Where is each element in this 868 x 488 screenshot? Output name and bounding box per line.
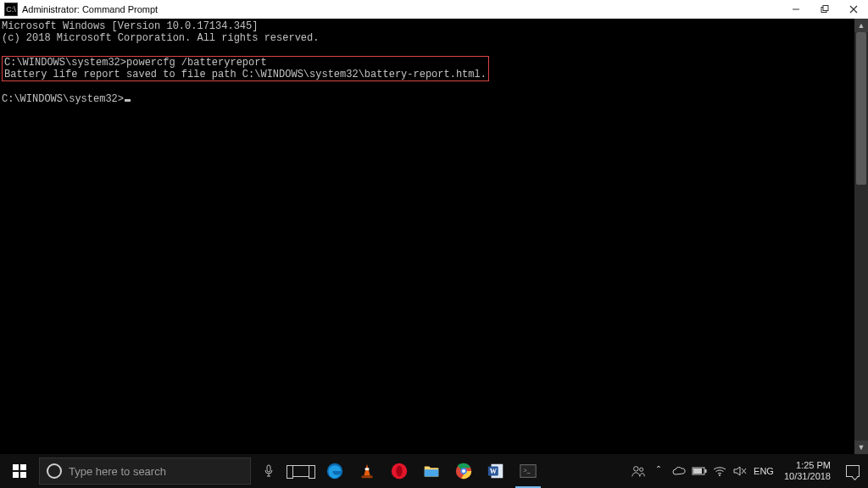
svg-rect-4 bbox=[13, 472, 19, 478]
command-result: Battery life report saved to file path C… bbox=[4, 69, 487, 80]
clock-time: 1:25 PM bbox=[784, 460, 831, 471]
svg-text:>_: >_ bbox=[524, 467, 531, 474]
notification-icon bbox=[846, 465, 860, 477]
cortana-icon bbox=[47, 463, 62, 479]
system-tray: ˆ ENG 1:25 PM 10/31/2018 bbox=[628, 454, 868, 488]
taskbar: Type here to search W >_ bbox=[0, 454, 868, 488]
task-view-button[interactable] bbox=[283, 454, 319, 488]
tray-onedrive[interactable] bbox=[669, 454, 689, 488]
cmd-icon: C:\ bbox=[4, 3, 18, 16]
battery-icon bbox=[692, 467, 707, 475]
svg-rect-6 bbox=[267, 465, 270, 472]
action-center-button[interactable] bbox=[837, 454, 868, 488]
task-view-icon bbox=[292, 465, 309, 477]
svg-point-23 bbox=[640, 468, 643, 471]
svg-point-16 bbox=[462, 469, 465, 473]
cmd-taskbar-icon: >_ bbox=[519, 462, 537, 480]
scroll-down-button[interactable]: ▼ bbox=[854, 441, 868, 454]
prompt-path: C:\WINDOWS\system32> bbox=[2, 93, 124, 105]
folder-icon bbox=[422, 462, 441, 480]
svg-rect-9 bbox=[365, 468, 370, 470]
search-box[interactable]: Type here to search bbox=[39, 458, 251, 485]
chevron-up-icon: ˆ bbox=[657, 465, 660, 477]
command-prompt-window: C:\ Administrator: Command Prompt Micros… bbox=[0, 0, 868, 454]
taskbar-app-file-explorer[interactable] bbox=[415, 454, 448, 488]
svg-rect-13 bbox=[425, 469, 439, 476]
cursor bbox=[125, 99, 131, 102]
console-line: Microsoft Windows [Version 10.0.17134.34… bbox=[2, 20, 258, 32]
taskbar-app-edge[interactable] bbox=[319, 454, 351, 488]
tray-volume[interactable] bbox=[730, 454, 750, 488]
people-button[interactable] bbox=[628, 454, 648, 488]
edge-icon bbox=[326, 462, 344, 480]
start-button[interactable] bbox=[0, 454, 39, 488]
titlebar[interactable]: C:\ Administrator: Command Prompt bbox=[0, 0, 868, 19]
svg-point-12 bbox=[396, 466, 402, 477]
minimize-button[interactable] bbox=[782, 0, 810, 19]
svg-point-27 bbox=[719, 474, 721, 476]
search-placeholder: Type here to search bbox=[69, 465, 166, 478]
mic-icon bbox=[264, 464, 274, 478]
command-highlight: C:\WINDOWS\system32>powercfg /batteryrep… bbox=[2, 56, 489, 81]
svg-rect-1 bbox=[823, 6, 828, 11]
svg-rect-26 bbox=[693, 469, 702, 474]
svg-rect-2 bbox=[13, 464, 19, 470]
taskbar-app-cmd[interactable]: >_ bbox=[512, 454, 544, 488]
scroll-up-button[interactable]: ▲ bbox=[854, 19, 868, 32]
taskbar-app-vlc[interactable] bbox=[351, 454, 383, 488]
taskbar-app-chrome[interactable] bbox=[448, 454, 480, 488]
chrome-icon bbox=[454, 462, 473, 480]
vlc-icon bbox=[358, 462, 376, 480]
wifi-icon bbox=[713, 466, 726, 476]
console-area[interactable]: Microsoft Windows [Version 10.0.17134.34… bbox=[0, 19, 868, 454]
taskbar-app-opera[interactable] bbox=[383, 454, 415, 488]
svg-text:W: W bbox=[490, 468, 498, 475]
taskbar-app-word[interactable]: W bbox=[480, 454, 512, 488]
svg-rect-10 bbox=[362, 476, 373, 479]
prompt-path: C:\WINDOWS\system32> bbox=[4, 57, 126, 69]
scrollbar[interactable]: ▲ ▼ bbox=[854, 19, 868, 454]
console-output: Microsoft Windows [Version 10.0.17134.34… bbox=[2, 20, 854, 105]
tray-wifi[interactable] bbox=[709, 454, 730, 488]
svg-rect-25 bbox=[705, 469, 707, 473]
people-icon bbox=[631, 463, 646, 479]
window-title: Administrator: Command Prompt bbox=[22, 4, 158, 14]
svg-rect-3 bbox=[20, 464, 26, 470]
tray-overflow-button[interactable]: ˆ bbox=[648, 454, 669, 488]
console-line: (c) 2018 Microsoft Corporation. All righ… bbox=[2, 32, 319, 44]
mic-button[interactable] bbox=[254, 454, 283, 488]
close-button[interactable] bbox=[839, 0, 868, 19]
prompt-command: powercfg /batteryreport bbox=[126, 57, 267, 69]
language-indicator[interactable]: ENG bbox=[750, 466, 777, 476]
windows-icon bbox=[13, 464, 26, 478]
maximize-button[interactable] bbox=[810, 0, 839, 19]
scroll-thumb[interactable] bbox=[856, 32, 866, 185]
word-icon: W bbox=[487, 462, 505, 480]
clock-date: 10/31/2018 bbox=[784, 471, 831, 482]
svg-rect-5 bbox=[20, 472, 26, 478]
opera-icon bbox=[390, 462, 409, 480]
cloud-icon bbox=[672, 467, 686, 475]
clock[interactable]: 1:25 PM 10/31/2018 bbox=[777, 460, 837, 482]
volume-mute-icon bbox=[733, 465, 747, 477]
svg-point-22 bbox=[634, 467, 638, 471]
tray-battery[interactable] bbox=[689, 454, 709, 488]
